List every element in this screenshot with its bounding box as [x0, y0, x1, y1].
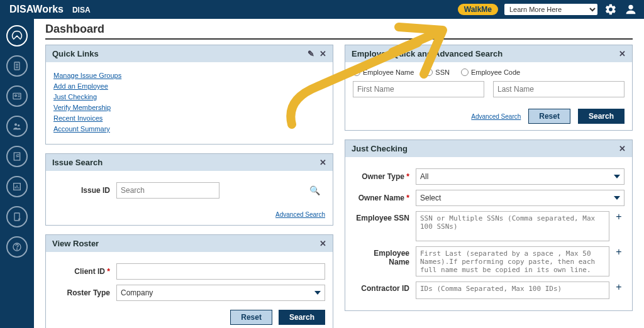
- reset-button[interactable]: Reset: [528, 109, 570, 124]
- contractor-id-input[interactable]: [416, 282, 609, 299]
- chevron-down-icon: [314, 291, 321, 295]
- last-name-input[interactable]: [493, 81, 625, 97]
- page-title: Dashboard: [45, 23, 633, 36]
- close-icon[interactable]: ✕: [319, 49, 326, 58]
- quick-links-panel: Quick Links ✎ ✕ Manage Issue Groups Add …: [45, 45, 333, 145]
- settings-icon[interactable]: [604, 3, 618, 16]
- contractor-id-label: Contractor ID: [353, 282, 416, 293]
- issue-id-input[interactable]: [116, 182, 219, 199]
- title-divider: [45, 38, 633, 40]
- logo: DISAWorks DISA: [6, 4, 91, 15]
- chevron-down-icon: [614, 196, 620, 200]
- logo-main: DISAWorks: [9, 4, 64, 15]
- issue-search-title: Issue Search: [52, 158, 103, 167]
- employee-search-title: Employee Quick and Advanced Search: [352, 49, 502, 58]
- learn-more-select[interactable]: Learn More Here: [504, 4, 597, 15]
- search-button[interactable]: Search: [578, 109, 625, 124]
- top-header: DISAWorks DISA WalkMe Learn More Here: [0, 0, 644, 19]
- chevron-down-icon: [614, 175, 620, 178]
- edit-icon[interactable]: ✎: [308, 49, 314, 58]
- walkme-badge[interactable]: WalkMe: [458, 4, 498, 15]
- plus-icon[interactable]: +: [613, 246, 625, 258]
- employee-ssn-label: Employee SSN: [353, 211, 416, 222]
- owner-name-select[interactable]: Select: [416, 190, 625, 206]
- owner-type-label: Owner Type *: [353, 172, 416, 181]
- sidebar-id-card-icon[interactable]: [6, 85, 28, 107]
- client-id-input[interactable]: [116, 263, 325, 280]
- view-roster-title: View Roster: [52, 239, 99, 248]
- sidebar-invoice-icon[interactable]: $: [6, 146, 28, 167]
- close-icon[interactable]: ✕: [619, 49, 626, 58]
- owner-name-label: Owner Name *: [353, 194, 416, 202]
- employee-name-input[interactable]: [416, 246, 609, 276]
- sidebar-help-icon[interactable]: [6, 236, 28, 258]
- view-roster-panel: View Roster ✕ Client ID * Roster Type Co…: [45, 234, 333, 328]
- first-name-input[interactable]: [353, 81, 484, 97]
- just-checking-panel: Just Checking ✕ Owner Type * All Owner N…: [345, 139, 633, 311]
- close-icon[interactable]: ✕: [619, 144, 626, 153]
- quick-link[interactable]: Manage Issue Groups: [53, 72, 325, 79]
- radio-employee-code[interactable]: Employee Code: [461, 68, 520, 76]
- sidebar-clipboard-icon[interactable]: [6, 55, 28, 77]
- close-icon[interactable]: ✕: [319, 158, 326, 167]
- close-icon[interactable]: ✕: [319, 239, 326, 248]
- sidebar-people-icon[interactable]: [6, 116, 28, 137]
- roster-type-select[interactable]: Company: [116, 285, 325, 301]
- svg-point-6: [15, 95, 17, 97]
- quick-link[interactable]: Account Summary: [53, 125, 325, 133]
- reset-button[interactable]: Reset: [230, 310, 272, 325]
- quick-link[interactable]: Verify Membership: [53, 104, 325, 111]
- user-icon[interactable]: [624, 3, 638, 16]
- sidebar-check-clipboard-icon[interactable]: [6, 206, 28, 227]
- svg-point-0: [628, 5, 633, 9]
- quick-links-title: Quick Links: [52, 49, 99, 58]
- svg-point-9: [14, 123, 17, 126]
- client-id-label: Client ID *: [53, 267, 116, 276]
- just-checking-title: Just Checking: [352, 144, 408, 153]
- search-button[interactable]: Search: [279, 310, 325, 325]
- quick-link[interactable]: Add an Employee: [53, 82, 325, 90]
- quick-link[interactable]: Just Checking: [53, 93, 325, 101]
- svg-point-10: [18, 124, 19, 126]
- logo-sub: DISA: [72, 6, 91, 14]
- search-icon[interactable]: 🔍: [309, 185, 320, 195]
- advanced-search-link[interactable]: Advanced Search: [275, 211, 325, 218]
- sidebar: $: [0, 19, 34, 328]
- sidebar-report-icon[interactable]: [6, 176, 28, 197]
- radio-employee-name[interactable]: Employee Name: [353, 68, 414, 76]
- issue-id-label: Issue ID: [53, 186, 116, 195]
- main-content: Dashboard Quick Links ✎ ✕ Manage Issue G…: [34, 19, 644, 328]
- roster-type-label: Roster Type: [53, 288, 116, 297]
- advanced-search-link[interactable]: Advanced Search: [471, 113, 521, 120]
- plus-icon[interactable]: +: [613, 282, 625, 293]
- radio-ssn[interactable]: SSN: [425, 68, 450, 76]
- plus-icon[interactable]: +: [613, 211, 625, 222]
- employee-ssn-input[interactable]: [416, 211, 609, 241]
- svg-point-21: [16, 249, 17, 249]
- issue-search-panel: Issue Search ✕ Issue ID 🔍 Advanced Searc…: [45, 153, 333, 226]
- quick-link[interactable]: Recent Invoices: [53, 114, 325, 122]
- employee-search-panel: Employee Quick and Advanced Search ✕ Emp…: [345, 45, 633, 131]
- owner-type-select[interactable]: All: [416, 168, 625, 185]
- sidebar-dashboard-icon[interactable]: [6, 25, 28, 46]
- employee-name-label: Employee Name: [353, 246, 416, 266]
